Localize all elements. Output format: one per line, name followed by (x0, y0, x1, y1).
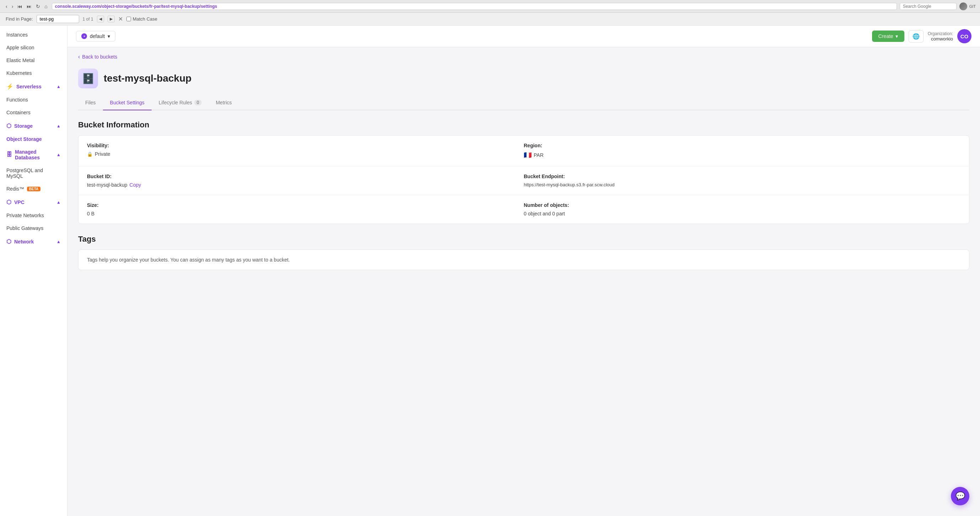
num-objects-value: 0 object and 0 part (524, 211, 961, 216)
bucket-icon: 🗄️ (78, 68, 98, 88)
project-dropdown[interactable]: default ▾ (76, 31, 115, 41)
header-left: default ▾ (76, 31, 115, 41)
sidebar-item-containers[interactable]: Containers (0, 106, 67, 119)
project-dot-icon (81, 33, 87, 39)
storage-icon: ⬡ (6, 122, 11, 129)
info-cell-endpoint: Bucket Endpoint: https://test-mysql-back… (524, 173, 961, 188)
serverless-submenu: Functions Containers (0, 93, 67, 119)
project-chevron-icon: ▾ (108, 33, 110, 39)
redis-beta-badge: BETA (27, 187, 40, 191)
sidebar-section-storage[interactable]: ⬡ Storage ▲ (0, 119, 67, 133)
right-panel: default ▾ Create ▾ 🌐 Organization: comwo… (67, 25, 980, 516)
chat-icon: 💬 (956, 492, 965, 501)
tab-files[interactable]: Files (78, 95, 103, 110)
chat-fab-button[interactable]: 💬 (951, 487, 969, 505)
tab-lifecycle-rules[interactable]: Lifecycle Rules 0 (152, 95, 209, 110)
vpc-submenu: Private Networks Public Gateways (0, 209, 67, 235)
region-value: 🇫🇷 PAR (524, 151, 961, 159)
vpc-icon: ⬡ (6, 199, 11, 205)
language-button[interactable]: 🌐 (908, 30, 924, 43)
sidebar-item-public-gateways[interactable]: Public Gateways (0, 222, 67, 235)
tags-section: Tags Tags help you organize your buckets… (78, 235, 969, 270)
sidebar-item-object-storage[interactable]: Object Storage (0, 133, 67, 146)
sidebar: Instances Apple silicon Elastic Metal Ku… (0, 25, 67, 516)
create-button[interactable]: Create ▾ (872, 30, 904, 42)
bucket-information-title: Bucket Information (78, 120, 969, 130)
find-next-button[interactable]: ▶ (108, 16, 115, 22)
tags-card: Tags help you organize your buckets. You… (78, 249, 969, 270)
lifecycle-badge: 0 (194, 100, 202, 105)
find-prev-button[interactable]: ◀ (97, 16, 104, 22)
managed-databases-submenu: PostgreSQL and MySQL Redis™ BETA (0, 164, 67, 195)
nav-forward[interactable]: › (10, 3, 15, 10)
visibility-value: 🔒 Private (87, 151, 524, 157)
url-prefix: console. (55, 4, 72, 9)
sidebar-section-vpc[interactable]: ⬡ VPC ▲ (0, 195, 67, 209)
find-label: Find in Page: (6, 16, 33, 22)
back-to-buckets-link[interactable]: ‹ Back to buckets (78, 47, 969, 64)
tab-metrics[interactable]: Metrics (209, 95, 239, 110)
create-chevron-icon: ▾ (896, 33, 898, 39)
nav-back[interactable]: ‹ (4, 3, 9, 10)
header-bar: default ▾ Create ▾ 🌐 Organization: comwo… (67, 25, 980, 47)
info-cell-bucket-id: Bucket ID: test-mysql-backup Copy (87, 173, 524, 188)
bucket-header: 🗄️ test-mysql-backup (78, 64, 969, 95)
user-avatar[interactable]: CO (957, 29, 972, 43)
sidebar-item-label: Apple silicon (6, 45, 35, 51)
managed-db-chevron-icon: ▲ (56, 152, 61, 157)
bucket-id-value: test-mysql-backup Copy (87, 182, 524, 188)
find-close-button[interactable]: ✕ (118, 16, 123, 22)
info-cell-num-objects: Number of objects: 0 object and 0 part (524, 202, 961, 216)
nav-home[interactable]: ⌂ (43, 3, 49, 10)
find-bar: Find in Page: 1 of 1 ◀ ▶ ✕ Match Case (0, 13, 980, 25)
info-row-size-objects: Size: 0 B Number of objects: 0 object an… (78, 195, 969, 224)
bucket-endpoint-value: https://test-mysql-backup.s3.fr-par.scw.… (524, 182, 961, 187)
sidebar-item-apple-silicon[interactable]: Apple silicon (0, 41, 67, 54)
tab-bucket-settings[interactable]: Bucket Settings (103, 95, 152, 110)
sidebar-item-instances[interactable]: Instances (0, 29, 67, 41)
nav-last[interactable]: ⏭ (25, 3, 33, 10)
serverless-icon: ⚡ (6, 83, 13, 90)
browser-nav[interactable]: ‹ › ⏮ ⏭ ↻ ⌂ (4, 3, 49, 10)
visibility-label: Visibility: (87, 143, 524, 148)
git-extension-icon: GIT (969, 4, 976, 8)
sidebar-item-kubernetes[interactable]: Kubernetes (0, 67, 67, 79)
org-info: Organization: comworkio (928, 31, 953, 41)
url-domain: scaleway.com (72, 4, 101, 9)
region-label: Region: (524, 143, 961, 148)
nav-reload[interactable]: ↻ (35, 3, 41, 10)
sidebar-item-postgresql-mysql[interactable]: PostgreSQL and MySQL (0, 164, 67, 183)
match-case-checkbox[interactable] (126, 17, 131, 21)
size-value: 0 B (87, 211, 524, 216)
content-inner: ‹ Back to buckets 🗄️ test-mysql-backup F… (67, 47, 980, 284)
browser-url-bar[interactable]: console.scaleway.com/object-storage/buck… (52, 3, 897, 10)
network-icon: ⬡ (6, 238, 11, 245)
find-count: 1 of 1 (83, 17, 93, 22)
sidebar-item-label: Instances (6, 32, 28, 38)
network-chevron-icon: ▲ (56, 239, 61, 244)
nav-first[interactable]: ⏮ (16, 3, 24, 10)
main-content: ‹ Back to buckets 🗄️ test-mysql-backup F… (67, 47, 980, 516)
browser-profile-avatar[interactable] (959, 3, 967, 10)
sidebar-item-redis[interactable]: Redis™ BETA (0, 183, 67, 195)
bucket-name: test-mysql-backup (104, 73, 191, 84)
sidebar-section-serverless[interactable]: ⚡ Serverless ▲ (0, 79, 67, 93)
sidebar-item-private-networks[interactable]: Private Networks (0, 209, 67, 222)
match-case-label[interactable]: Match Case (126, 16, 157, 22)
info-row-visibility-region: Visibility: 🔒 Private Region: 🇫🇷 PAR (78, 136, 969, 167)
size-label: Size: (87, 202, 524, 208)
sidebar-section-managed-databases[interactable]: 🗄 Managed Databases ▲ (0, 146, 67, 164)
storage-submenu: Object Storage (0, 133, 67, 146)
find-input[interactable] (37, 15, 79, 23)
bucket-id-label: Bucket ID: (87, 173, 524, 179)
lock-icon: 🔒 (87, 152, 93, 157)
browser-search-input[interactable] (900, 3, 956, 10)
sidebar-section-network[interactable]: ⬡ Network ▲ (0, 235, 67, 248)
url-path: /object-storage/buckets/fr-par/test-mysq… (100, 4, 217, 9)
copy-bucket-id-link[interactable]: Copy (130, 182, 141, 188)
browser-actions: GIT (959, 3, 976, 10)
sidebar-item-functions[interactable]: Functions (0, 93, 67, 106)
info-cell-size: Size: 0 B (87, 202, 524, 216)
sidebar-item-elastic-metal[interactable]: Elastic Metal (0, 54, 67, 67)
storage-chevron-icon: ▲ (56, 124, 61, 129)
